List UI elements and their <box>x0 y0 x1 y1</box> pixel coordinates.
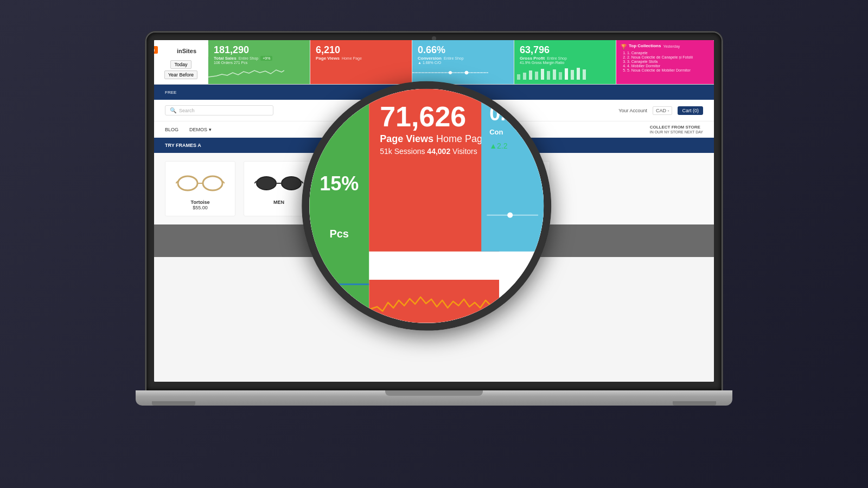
conversion-number: 0.66% <box>418 44 508 56</box>
page-views-label: Page Views <box>316 56 340 61</box>
svg-rect-5 <box>523 73 526 80</box>
mag-blue-panel: 0.6 Con ▲2.2 <box>481 89 544 252</box>
laptop-foot-right <box>673 401 716 406</box>
mag-left-panel: 15% Pcs <box>309 89 369 323</box>
svg-rect-7 <box>535 72 538 80</box>
svg-rect-6 <box>529 70 532 80</box>
page-views-sublabel: Home Page <box>342 56 362 60</box>
cart-button[interactable]: Cart (0) <box>678 106 703 115</box>
cad-button[interactable]: CAD - <box>653 106 673 115</box>
mag-red-panel: 71,626 Page Views Home Page 51k Sessions… <box>369 89 499 252</box>
search-icon: 🔍 <box>170 107 176 113</box>
svg-rect-11 <box>559 72 562 80</box>
page-views-number: 6,210 <box>316 44 406 56</box>
product-image-dark <box>250 167 308 197</box>
profit-chart <box>514 66 590 80</box>
top-collections-title: Top Collections <box>629 43 661 48</box>
menu-item-demos[interactable]: DEMOS ▾ <box>189 127 212 132</box>
svg-point-17 <box>203 176 222 190</box>
laptop-base <box>136 390 732 406</box>
magnifier-content: 15% Pcs 71,626 Page Views Home Page <box>309 89 544 323</box>
laptop-screen-outer: in inSites Today Year Before 181,290 Tot… <box>146 33 722 390</box>
product-name: Tortoise <box>171 200 229 205</box>
total-sales-extra: 106 Orders 271 Pcs <box>214 61 304 65</box>
total-sales-change: +9% <box>260 56 272 61</box>
svg-point-21 <box>257 177 276 190</box>
mag-arrow-up: ▲2.2 <box>489 142 535 150</box>
svg-rect-12 <box>565 68 568 80</box>
svg-rect-15 <box>583 69 586 80</box>
gross-profit-label: Gross Profit <box>520 56 545 61</box>
list-item: 2. Noua Colectie de Canapele și Fotolii <box>627 55 710 59</box>
laptop-foot-left <box>152 401 195 406</box>
mag-wave-chart <box>369 280 499 323</box>
mag-sessions: 51k Sessions 44,002 Visitors <box>380 147 488 156</box>
svg-rect-10 <box>553 69 556 80</box>
magnifier-overlay: 15% Pcs 71,626 Page Views Home Page <box>302 81 551 331</box>
laptop-screen: in inSites Today Year Before 181,290 Tot… <box>154 40 714 382</box>
laptop-wrapper: in inSites Today Year Before 181,290 Tot… <box>136 33 732 455</box>
svg-point-16 <box>178 176 197 190</box>
svg-point-22 <box>282 177 301 190</box>
total-sales-number: 181,290 <box>214 44 304 56</box>
year-before-button[interactable]: Year Before <box>164 70 197 79</box>
conversion-stat: 0.66% Conversion Entire Shop ▲ 1.68% C/O <box>412 40 514 84</box>
gross-profit-number: 63,796 <box>520 44 610 56</box>
gross-profit-stat: 63,796 Gross Profit Entire Shop 41.9% Gr… <box>514 40 616 84</box>
top-collections-list: 1. Canapele 2. Noua Colectie de Canapele… <box>621 51 710 72</box>
search-placeholder: Search <box>179 108 195 113</box>
analytics-logo: in inSites Today Year Before <box>154 40 208 84</box>
svg-rect-41 <box>369 280 499 323</box>
product-image-tortoise <box>171 167 229 197</box>
list-item: 1. Canapele <box>627 51 710 55</box>
analytics-bar: in inSites Today Year Before 181,290 Tot… <box>154 40 714 85</box>
list-item: 5. Noua Colectie de Mobilier Dormitor <box>627 68 710 72</box>
top-collections-subtitle: Yesterday <box>663 44 680 48</box>
svg-rect-4 <box>517 74 520 80</box>
conversion-label: Conversion <box>418 56 442 61</box>
gross-profit-change: 41.9% Gross Margin Ratio <box>520 61 610 65</box>
list-item: 4. Mobilier Dormitor <box>627 64 710 68</box>
page-views-stat: 6,210 Page Views Home Page <box>310 40 412 84</box>
svg-rect-13 <box>571 70 574 80</box>
menu-item-blog[interactable]: BLOG <box>165 127 178 132</box>
glasses-svg <box>176 171 225 193</box>
glasses-svg-dark <box>254 171 303 193</box>
product-name-men: MEN <box>250 200 308 205</box>
mag-pcs: Pcs <box>329 227 349 240</box>
logo-badge: in <box>154 46 158 54</box>
mag-blue-label: Con <box>489 128 535 136</box>
product-card: Tortoise $55.00 <box>165 161 235 216</box>
frames-banner-text: TRY FRAMES A <box>165 143 201 148</box>
collect-from-store: COLLECT FROM STORE IN OUR NY STORE NEXT … <box>650 125 703 134</box>
svg-rect-8 <box>541 69 544 80</box>
your-account-link[interactable]: Your Account <box>618 108 647 113</box>
list-item: 3. Canapele Stofa <box>627 60 710 63</box>
conversion-sublabel: Entire Shop <box>444 56 464 60</box>
total-sales-stat: 181,290 Total Sales Entire Shop +9% 106 … <box>208 40 310 84</box>
mag-page-views: Page Views Home Page <box>380 133 488 145</box>
today-button[interactable]: Today <box>170 60 191 69</box>
mag-big-number: 71,626 <box>380 102 488 131</box>
sales-chart <box>208 66 284 80</box>
conversion-chart <box>412 66 488 80</box>
svg-rect-9 <box>547 71 550 80</box>
header-right: Your Account CAD - Cart (0) <box>618 106 703 115</box>
mag-percent: 15% <box>320 172 359 195</box>
logo-text: inSites <box>160 45 214 57</box>
conversion-change: ▲ 1.68% C/O <box>418 61 508 65</box>
gross-profit-sublabel: Entire Shop <box>547 56 567 60</box>
screen-content: in inSites Today Year Before 181,290 Tot… <box>154 40 714 382</box>
top-collections-panel: 🏆 Top Collections Yesterday 1. Canapele … <box>616 40 714 84</box>
store-nav-text: FREE <box>165 90 176 95</box>
mag-blue-number: 0.6 <box>489 102 535 125</box>
total-sales-sublabel: Entire Shop <box>239 56 259 60</box>
total-sales-label: Total Sales <box>214 56 237 61</box>
magnifier-inner: 15% Pcs 71,626 Page Views Home Page <box>309 89 544 323</box>
svg-rect-14 <box>577 68 580 80</box>
search-box[interactable]: 🔍 Search <box>165 105 273 115</box>
product-price: $55.00 <box>171 205 229 210</box>
